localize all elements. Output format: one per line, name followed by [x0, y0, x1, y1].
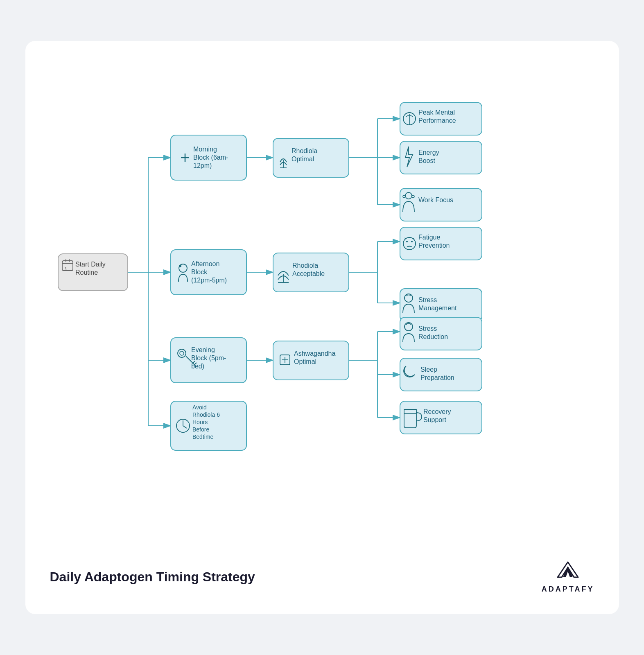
- svg-text:Stress: Stress: [418, 325, 437, 332]
- svg-text:Sleep: Sleep: [420, 366, 437, 373]
- svg-text:Work Focus: Work Focus: [418, 196, 453, 203]
- svg-text:Stress: Stress: [418, 296, 437, 303]
- svg-text:Block: Block: [191, 269, 208, 276]
- svg-text:Support: Support: [423, 416, 447, 423]
- svg-text:Performance: Performance: [418, 117, 456, 124]
- svg-text:Ashwagandha: Ashwagandha: [294, 350, 336, 357]
- chart-title: Daily Adaptogen Timing Strategy: [50, 569, 255, 585]
- svg-text:Routine: Routine: [75, 269, 98, 276]
- svg-text:Start Daily: Start Daily: [75, 261, 106, 268]
- svg-text:Recovery: Recovery: [423, 408, 451, 415]
- svg-text:Rhodiola: Rhodiola: [292, 262, 318, 269]
- svg-text:Acceptable: Acceptable: [292, 270, 325, 277]
- svg-text:Fatigue: Fatigue: [418, 234, 440, 241]
- svg-text:Avoid: Avoid: [192, 404, 207, 411]
- svg-text:Rhodiola: Rhodiola: [291, 147, 317, 154]
- footer: Daily Adaptogen Timing Strategy ADAPTAFY: [50, 548, 594, 594]
- svg-text:Peak Mental: Peak Mental: [418, 109, 455, 116]
- svg-text:Bedtime: Bedtime: [192, 434, 214, 440]
- svg-text:Hours: Hours: [192, 419, 208, 425]
- svg-text:Optimal: Optimal: [294, 358, 316, 365]
- svg-text:12pm): 12pm): [193, 162, 212, 169]
- svg-text:Before: Before: [192, 426, 209, 433]
- svg-rect-41: [400, 188, 482, 221]
- svg-text:Energy: Energy: [418, 149, 439, 156]
- brand-logo: [551, 560, 584, 583]
- svg-point-65: [411, 241, 413, 242]
- svg-point-48: [179, 265, 181, 267]
- svg-text:(12pm-5pm): (12pm-5pm): [191, 277, 227, 284]
- svg-text:Evening: Evening: [191, 346, 215, 353]
- svg-text:Boost: Boost: [418, 157, 435, 164]
- main-container: 1 Start Daily Routine Morning Block (6am…: [25, 41, 619, 614]
- svg-text:Rhodiola 6: Rhodiola 6: [192, 411, 220, 418]
- svg-text:Block (5pm-: Block (5pm-: [191, 355, 226, 361]
- svg-text:Preparation: Preparation: [420, 374, 454, 381]
- svg-text:1: 1: [65, 266, 67, 270]
- brand-name: ADAPTAFY: [542, 585, 594, 594]
- svg-text:bed): bed): [191, 363, 204, 370]
- svg-text:Morning: Morning: [193, 146, 217, 153]
- svg-rect-106: [171, 401, 246, 450]
- svg-text:Reduction: Reduction: [418, 333, 448, 340]
- diagram-area: 1 Start Daily Routine Morning Block (6am…: [50, 66, 594, 544]
- svg-text:Block (6am-: Block (6am-: [193, 154, 228, 161]
- logo-container: ADAPTAFY: [542, 560, 594, 594]
- svg-point-64: [406, 241, 408, 242]
- svg-rect-37: [400, 141, 482, 174]
- svg-text:Afternoon: Afternoon: [191, 260, 219, 267]
- svg-text:Management: Management: [418, 305, 457, 312]
- svg-text:Prevention: Prevention: [418, 242, 450, 249]
- svg-text:Optimal: Optimal: [291, 156, 314, 163]
